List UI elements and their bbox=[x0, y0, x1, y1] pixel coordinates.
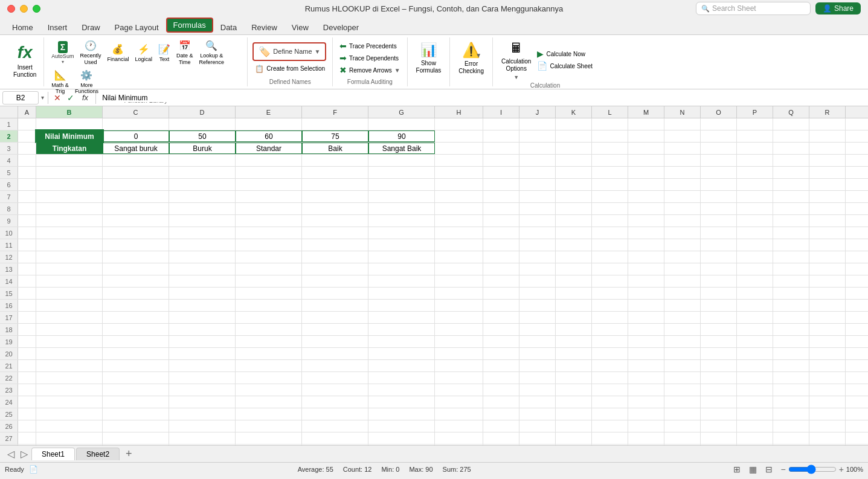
row-num-12[interactable]: 12 bbox=[0, 251, 18, 263]
row-num-3[interactable]: 3 bbox=[0, 143, 18, 154]
cell-n23[interactable] bbox=[664, 384, 701, 396]
cell-m9[interactable] bbox=[628, 215, 664, 227]
cell-h8[interactable] bbox=[435, 203, 483, 214]
cell-q5[interactable] bbox=[773, 167, 809, 178]
cell-j7[interactable] bbox=[519, 191, 556, 202]
cell-d2[interactable]: 50 bbox=[169, 130, 236, 142]
cell-c15[interactable] bbox=[103, 288, 169, 299]
cell-i11[interactable] bbox=[483, 239, 519, 251]
row-num-28[interactable]: 28 bbox=[0, 445, 18, 445]
cancel-formula-button[interactable]: ✕ bbox=[52, 93, 63, 103]
cell-a3[interactable] bbox=[18, 143, 36, 154]
cell-a21[interactable] bbox=[18, 360, 36, 371]
define-name-button[interactable]: 🏷️ Define Name ▼ bbox=[252, 42, 326, 61]
cell-h4[interactable] bbox=[435, 155, 483, 166]
cell-g20[interactable] bbox=[368, 348, 435, 359]
cell-f10[interactable] bbox=[302, 227, 368, 239]
row-num-11[interactable]: 11 bbox=[0, 239, 18, 251]
cell-q27[interactable] bbox=[773, 432, 809, 444]
row-num-9[interactable]: 9 bbox=[0, 215, 18, 227]
cell-g17[interactable] bbox=[368, 312, 435, 323]
tab-insert[interactable]: Insert bbox=[40, 21, 75, 34]
cell-c21[interactable] bbox=[103, 360, 169, 371]
cell-q7[interactable] bbox=[773, 191, 809, 202]
cell-f19[interactable] bbox=[302, 336, 368, 347]
cell-l8[interactable] bbox=[592, 203, 628, 214]
cell-l2[interactable] bbox=[592, 130, 628, 142]
cell-n15[interactable] bbox=[664, 288, 701, 299]
cell-e18[interactable] bbox=[236, 324, 302, 335]
cell-p14[interactable] bbox=[737, 275, 773, 287]
cell-e9[interactable] bbox=[236, 215, 302, 227]
cell-j5[interactable] bbox=[519, 167, 556, 178]
cell-m4[interactable] bbox=[628, 155, 664, 166]
cell-r14[interactable] bbox=[809, 275, 846, 287]
cell-q13[interactable] bbox=[773, 263, 809, 275]
cell-j2[interactable] bbox=[519, 130, 556, 142]
col-header-f[interactable]: F bbox=[302, 106, 368, 118]
cell-r10[interactable] bbox=[809, 227, 846, 239]
row-num-22[interactable]: 22 bbox=[0, 372, 18, 384]
cell-b23[interactable] bbox=[36, 384, 103, 396]
cell-l17[interactable] bbox=[592, 312, 628, 323]
cell-k17[interactable] bbox=[556, 312, 592, 323]
row-num-19[interactable]: 19 bbox=[0, 336, 18, 347]
cell-l24[interactable] bbox=[592, 396, 628, 408]
cell-c1[interactable] bbox=[103, 118, 169, 130]
autosum-button[interactable]: Σ AutoSum ▾ bbox=[49, 40, 76, 66]
cell-a8[interactable] bbox=[18, 203, 36, 214]
cell-b28[interactable] bbox=[36, 445, 103, 445]
cell-i23[interactable] bbox=[483, 384, 519, 396]
cell-q6[interactable] bbox=[773, 179, 809, 190]
cell-o8[interactable] bbox=[701, 203, 737, 214]
cell-a7[interactable] bbox=[18, 191, 36, 202]
cell-n28[interactable] bbox=[664, 445, 701, 445]
cell-g16[interactable] bbox=[368, 300, 435, 311]
cell-h15[interactable] bbox=[435, 288, 483, 299]
cell-p11[interactable] bbox=[737, 239, 773, 251]
normal-view-icon[interactable]: ⊞ bbox=[730, 463, 744, 476]
cell-d25[interactable] bbox=[169, 408, 236, 420]
cell-i8[interactable] bbox=[483, 203, 519, 214]
cell-o26[interactable] bbox=[701, 420, 737, 432]
cell-c27[interactable] bbox=[103, 432, 169, 444]
cell-o23[interactable] bbox=[701, 384, 737, 396]
cell-b27[interactable] bbox=[36, 432, 103, 444]
cell-l13[interactable] bbox=[592, 263, 628, 275]
col-header-n[interactable]: N bbox=[664, 106, 701, 118]
cell-c26[interactable] bbox=[103, 420, 169, 432]
row-num-21[interactable]: 21 bbox=[0, 360, 18, 371]
cell-d15[interactable] bbox=[169, 288, 236, 299]
cell-k27[interactable] bbox=[556, 432, 592, 444]
financial-button[interactable]: 💰 Financial bbox=[104, 42, 131, 63]
cell-e11[interactable] bbox=[236, 239, 302, 251]
cell-e27[interactable] bbox=[236, 432, 302, 444]
cell-p6[interactable] bbox=[737, 179, 773, 190]
cell-b13[interactable] bbox=[36, 263, 103, 275]
cell-m28[interactable] bbox=[628, 445, 664, 445]
sheet-nav-right[interactable]: ▷ bbox=[18, 448, 30, 460]
cell-c7[interactable] bbox=[103, 191, 169, 202]
cell-m15[interactable] bbox=[628, 288, 664, 299]
cell-k25[interactable] bbox=[556, 408, 592, 420]
row-num-6[interactable]: 6 bbox=[0, 179, 18, 190]
col-header-d[interactable]: D bbox=[169, 106, 236, 118]
cell-j14[interactable] bbox=[519, 275, 556, 287]
remove-arrows-button[interactable]: ✖ Remove Arrows ▼ bbox=[338, 65, 402, 76]
cell-o13[interactable] bbox=[701, 263, 737, 275]
cell-h10[interactable] bbox=[435, 227, 483, 239]
cell-q14[interactable] bbox=[773, 275, 809, 287]
cell-a27[interactable] bbox=[18, 432, 36, 444]
cell-r6[interactable] bbox=[809, 179, 846, 190]
cell-b14[interactable] bbox=[36, 275, 103, 287]
cell-l14[interactable] bbox=[592, 275, 628, 287]
cell-a2[interactable] bbox=[18, 130, 36, 142]
cell-r2[interactable] bbox=[809, 130, 846, 142]
col-header-q[interactable]: Q bbox=[773, 106, 809, 118]
cell-i12[interactable] bbox=[483, 251, 519, 263]
col-header-r[interactable]: R bbox=[809, 106, 846, 118]
cell-g18[interactable] bbox=[368, 324, 435, 335]
cell-q20[interactable] bbox=[773, 348, 809, 359]
cell-k3[interactable] bbox=[556, 143, 592, 154]
cell-o18[interactable] bbox=[701, 324, 737, 335]
